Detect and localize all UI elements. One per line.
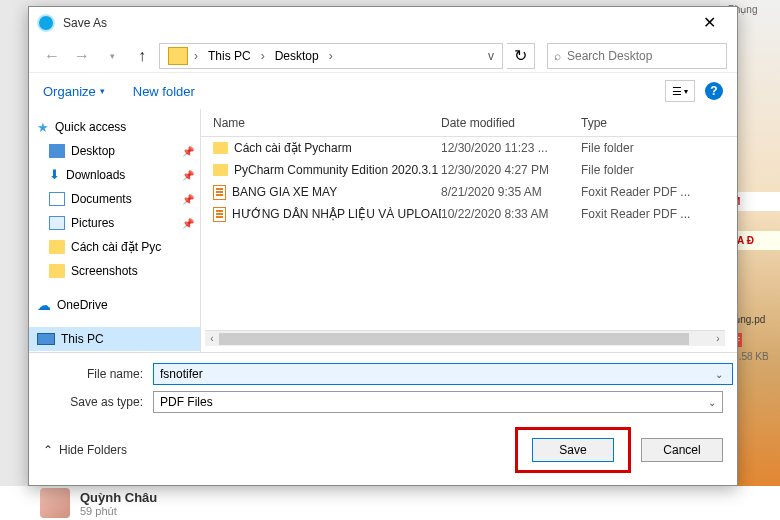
folder-icon [168,47,188,65]
sidebar-item-folder-1[interactable]: Cách cài đặt Pyc [29,235,200,259]
address-dropdown[interactable]: v [484,49,498,63]
sidebar-item-desktop[interactable]: Desktop📌 [29,139,200,163]
file-row[interactable]: PyCharm Community Edition 2020.3.1 12/30… [201,159,737,181]
sidebar-item-folder-2[interactable]: Screenshots [29,259,200,283]
sidebar-item-documents[interactable]: Documents📌 [29,187,200,211]
star-icon: ★ [37,120,49,135]
sidebar-item-downloads[interactable]: ⬇Downloads📌 [29,163,200,187]
scroll-left-icon[interactable]: ‹ [205,331,219,347]
column-headers: Name Date modified Type [201,109,737,137]
chevron-up-icon: ⌃ [43,443,53,457]
contact-time: 59 phút [80,505,157,517]
cancel-button[interactable]: Cancel [641,438,723,462]
main-area: ★Quick access Desktop📌 ⬇Downloads📌 Docum… [29,109,737,352]
app-icon [37,14,55,32]
file-row[interactable]: BANG GIA XE MAY 8/21/2020 9:35 AMFoxit R… [201,181,737,203]
nav-bar: ← → ▾ ↑ › This PC › Desktop › v ↻ ⌕ [29,39,737,73]
forward-button[interactable]: → [69,43,95,69]
titlebar: Save As ✕ [29,7,737,39]
view-options-button[interactable]: ☰ ▾ [665,80,695,102]
pc-icon [37,333,55,345]
refresh-button[interactable]: ↻ [507,43,535,69]
save-button[interactable]: Save [532,438,614,462]
navigation-sidebar: ★Quick access Desktop📌 ⬇Downloads📌 Docum… [29,109,201,352]
avatar [40,488,70,518]
close-button[interactable]: ✕ [689,9,729,37]
up-button[interactable]: ↑ [129,43,155,69]
search-box[interactable]: ⌕ [547,43,727,69]
contact-name: Quỳnh Châu [80,490,157,505]
column-type[interactable]: Type [581,116,737,130]
download-icon: ⬇ [49,167,60,182]
folder-icon [49,264,65,278]
pdf-icon [213,185,226,200]
desktop-icon [49,144,65,158]
column-date[interactable]: Date modified [441,116,581,130]
new-folder-button[interactable]: New folder [133,84,195,99]
cloud-icon: ☁ [37,297,51,313]
sidebar-item-onedrive[interactable]: ☁OneDrive [29,293,200,317]
help-button[interactable]: ? [705,82,723,100]
document-icon [49,192,65,206]
annotation-highlight: Save [515,427,631,473]
folder-icon [49,240,65,254]
chevron-down-icon: ⌄ [708,397,716,408]
pdf-icon [213,207,226,222]
search-input[interactable] [567,49,720,63]
sidebar-item-pictures[interactable]: Pictures📌 [29,211,200,235]
filename-label: File name: [43,367,153,381]
file-list-pane: Name Date modified Type Cách cài đặt Pyc… [201,109,737,352]
scroll-right-icon[interactable]: › [711,331,725,347]
dialog-title: Save As [63,16,689,30]
bottom-panel: File name: ⌄ Save as type: PDF Files ⌄ ⌃… [29,352,737,485]
chevron-down-icon: ▾ [100,86,105,96]
back-button[interactable]: ← [39,43,65,69]
toolbar: Organize▾ New folder ☰ ▾ ? [29,73,737,109]
sidebar-item-quickaccess[interactable]: ★Quick access [29,115,200,139]
sidebar-item-thispc[interactable]: This PC [29,327,200,351]
file-row[interactable]: Cách cài đặt Pycharm 12/30/2020 11:23 ..… [201,137,737,159]
save-as-dialog: Save As ✕ ← → ▾ ↑ › This PC › Desktop › … [28,6,738,486]
background-chat-row: Quỳnh Châu 59 phút [0,486,780,520]
chevron-down-icon[interactable]: ⌄ [715,369,723,380]
scroll-thumb[interactable] [219,333,689,345]
file-row[interactable]: HƯỚNG DẪN NHẬP LIỆU VÀ UPLOAD H... 10/22… [201,203,737,225]
hide-folders-toggle[interactable]: ⌃ Hide Folders [43,443,127,457]
horizontal-scrollbar[interactable]: ‹ › [205,330,725,346]
search-icon: ⌕ [554,49,561,63]
history-dropdown[interactable]: ▾ [99,43,125,69]
filename-input[interactable] [153,363,733,385]
filetype-select[interactable]: PDF Files ⌄ [153,391,723,413]
organize-menu[interactable]: Organize▾ [43,84,105,99]
folder-icon [213,142,228,154]
file-rows: Cách cài đặt Pycharm 12/30/2020 11:23 ..… [201,137,737,326]
pin-icon: 📌 [182,194,194,205]
breadcrumb-desktop[interactable]: Desktop [271,49,323,63]
address-bar[interactable]: › This PC › Desktop › v [159,43,503,69]
pictures-icon [49,216,65,230]
pin-icon: 📌 [182,170,194,181]
pin-icon: 📌 [182,146,194,157]
pin-icon: 📌 [182,218,194,229]
filetype-label: Save as type: [43,395,153,409]
column-name[interactable]: Name [201,116,441,130]
folder-icon [213,164,228,176]
breadcrumb-thispc[interactable]: This PC [204,49,255,63]
